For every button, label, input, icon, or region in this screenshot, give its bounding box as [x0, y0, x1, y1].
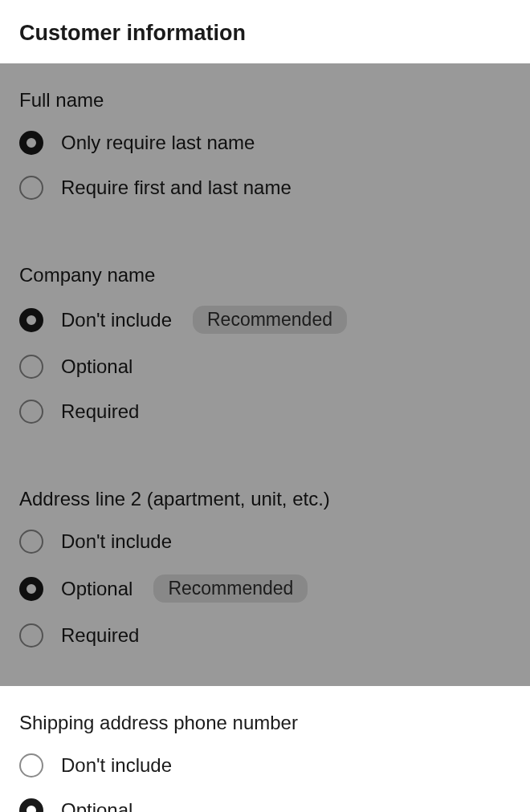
section-full-name: Full name Only require last name Require…	[0, 63, 530, 238]
section-title-full-name: Full name	[19, 89, 511, 112]
radio-row-first-and-last-name[interactable]: Require first and last name	[19, 176, 511, 200]
radio-label: Require first and last name	[61, 177, 292, 199]
radio-row-phone-dont-include[interactable]: Don't include	[19, 753, 511, 777]
radio-icon	[19, 798, 43, 812]
radio-icon	[19, 753, 43, 777]
radio-label: Optional	[61, 355, 132, 378]
section-address-line-2: Address line 2 (apartment, unit, etc.) D…	[0, 462, 530, 686]
page-header: Customer information	[0, 0, 530, 63]
radio-row-company-required[interactable]: Required	[19, 400, 511, 424]
radio-icon	[19, 131, 43, 155]
radio-row-only-last-name[interactable]: Only require last name	[19, 131, 511, 155]
section-title-address-line-2: Address line 2 (apartment, unit, etc.)	[19, 488, 511, 510]
dimmed-region: Full name Only require last name Require…	[0, 63, 530, 686]
radio-label: Don't include	[61, 530, 172, 553]
page-title: Customer information	[19, 21, 511, 46]
section-title-company-name: Company name	[19, 264, 511, 286]
radio-row-company-dont-include[interactable]: Don't include Recommended	[19, 306, 511, 334]
radio-icon	[19, 577, 43, 601]
radio-icon	[19, 355, 43, 379]
radio-icon	[19, 308, 43, 332]
radio-label: Don't include	[61, 309, 172, 331]
radio-label: Required	[61, 400, 139, 423]
recommended-badge: Recommended	[193, 306, 347, 334]
recommended-badge: Recommended	[153, 574, 308, 603]
radio-label: Optional	[61, 799, 132, 812]
section-shipping-phone: Shipping address phone number Don't incl…	[0, 686, 530, 812]
radio-row-addr2-required[interactable]: Required	[19, 623, 511, 648]
radio-label: Required	[61, 624, 139, 647]
radio-row-addr2-optional[interactable]: Optional Recommended	[19, 574, 511, 603]
radio-icon	[19, 400, 43, 424]
radio-label: Optional	[61, 578, 132, 600]
section-title-shipping-phone: Shipping address phone number	[19, 712, 511, 734]
radio-row-company-optional[interactable]: Optional	[19, 355, 511, 379]
section-company-name: Company name Don't include Recommended O…	[0, 238, 530, 462]
radio-icon	[19, 623, 43, 648]
radio-icon	[19, 530, 43, 554]
radio-row-phone-optional[interactable]: Optional	[19, 798, 511, 812]
radio-row-addr2-dont-include[interactable]: Don't include	[19, 530, 511, 554]
radio-label: Don't include	[61, 754, 172, 777]
radio-label: Only require last name	[61, 132, 255, 154]
radio-icon	[19, 176, 43, 200]
